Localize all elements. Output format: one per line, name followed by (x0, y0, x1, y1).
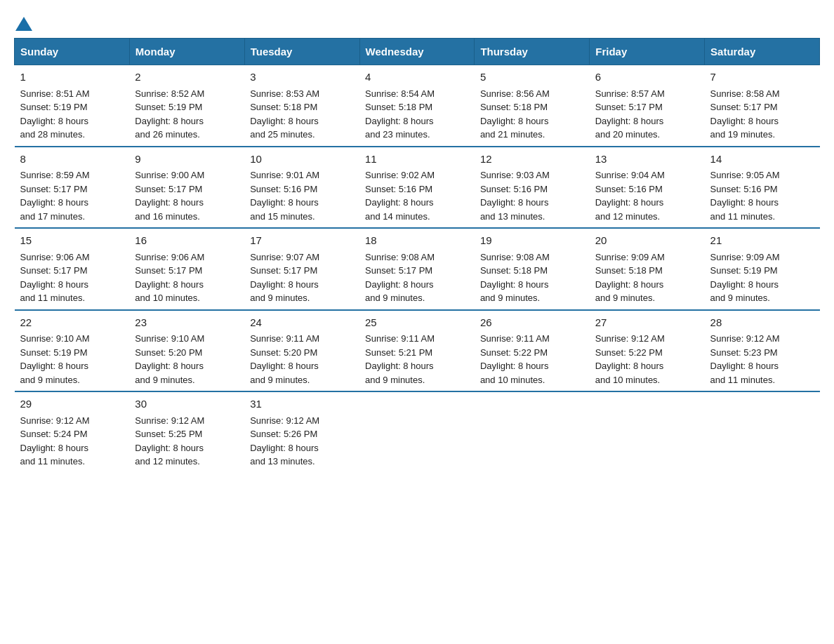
calendar-cell: 15 Sunrise: 9:06 AM Sunset: 5:17 PM Dayl… (15, 228, 130, 310)
calendar-week-row: 1 Sunrise: 8:51 AM Sunset: 5:19 PM Dayli… (15, 65, 820, 147)
day-sunset: Sunset: 5:26 PM (250, 429, 317, 439)
day-sunset: Sunset: 5:20 PM (135, 347, 202, 358)
day-sunrise: Sunrise: 9:11 AM (365, 333, 435, 344)
day-number: 6 (595, 69, 699, 86)
calendar-cell (590, 391, 705, 473)
calendar-cell: 5 Sunrise: 8:56 AM Sunset: 5:18 PM Dayli… (475, 65, 590, 147)
day-daylight: Daylight: 8 hoursand 9 minutes. (710, 279, 779, 304)
day-sunrise: Sunrise: 9:11 AM (480, 333, 550, 344)
day-number: 7 (710, 69, 814, 86)
day-number: 18 (365, 233, 469, 249)
day-sunrise: Sunrise: 8:54 AM (365, 88, 435, 99)
day-daylight: Daylight: 8 hoursand 9 minutes. (480, 279, 549, 304)
day-sunset: Sunset: 5:18 PM (480, 265, 548, 276)
day-sunset: Sunset: 5:17 PM (20, 184, 88, 194)
day-sunrise: Sunrise: 9:12 AM (135, 415, 204, 426)
day-sunrise: Sunrise: 9:03 AM (480, 170, 550, 180)
header-tuesday: Tuesday (244, 39, 359, 65)
day-number: 23 (135, 315, 239, 331)
day-number: 25 (365, 315, 469, 331)
calendar-cell: 3 Sunrise: 8:53 AM Sunset: 5:18 PM Dayli… (244, 65, 359, 147)
day-number: 26 (480, 315, 584, 331)
day-number: 15 (20, 233, 124, 249)
calendar-cell: 8 Sunrise: 8:59 AM Sunset: 5:17 PM Dayli… (15, 147, 130, 229)
day-number: 12 (480, 152, 584, 168)
calendar-cell: 13 Sunrise: 9:04 AM Sunset: 5:16 PM Dayl… (590, 147, 705, 229)
day-sunset: Sunset: 5:17 PM (135, 184, 202, 194)
calendar-cell: 17 Sunrise: 9:07 AM Sunset: 5:17 PM Dayl… (244, 228, 359, 310)
calendar-week-row: 29 Sunrise: 9:12 AM Sunset: 5:24 PM Dayl… (15, 391, 820, 473)
day-sunrise: Sunrise: 9:10 AM (20, 333, 90, 344)
header-sunday: Sunday (15, 39, 130, 65)
calendar-cell (475, 391, 590, 473)
day-sunrise: Sunrise: 9:09 AM (710, 252, 780, 262)
day-number: 1 (20, 69, 124, 86)
logo (14, 14, 34, 31)
calendar-cell: 31 Sunrise: 9:12 AM Sunset: 5:26 PM Dayl… (244, 391, 359, 473)
day-number: 13 (595, 152, 699, 168)
day-daylight: Daylight: 8 hoursand 25 minutes. (250, 116, 319, 140)
day-sunrise: Sunrise: 9:07 AM (250, 252, 319, 262)
day-number: 9 (135, 152, 239, 168)
day-number: 14 (710, 152, 814, 168)
day-daylight: Daylight: 8 hoursand 20 minutes. (595, 116, 664, 140)
calendar-header-row: SundayMondayTuesdayWednesdayThursdayFrid… (15, 39, 820, 65)
day-daylight: Daylight: 8 hoursand 9 minutes. (250, 361, 319, 385)
day-sunrise: Sunrise: 8:52 AM (135, 88, 204, 99)
day-daylight: Daylight: 8 hoursand 9 minutes. (595, 279, 664, 304)
day-sunset: Sunset: 5:16 PM (365, 184, 432, 194)
day-sunrise: Sunrise: 9:02 AM (365, 170, 435, 180)
day-daylight: Daylight: 8 hoursand 12 minutes. (135, 443, 204, 467)
day-sunrise: Sunrise: 9:01 AM (250, 170, 319, 180)
header-friday: Friday (590, 39, 705, 65)
header-thursday: Thursday (475, 39, 590, 65)
day-sunrise: Sunrise: 9:05 AM (710, 170, 780, 180)
day-sunset: Sunset: 5:18 PM (480, 102, 548, 112)
calendar-cell: 28 Sunrise: 9:12 AM Sunset: 5:23 PM Dayl… (705, 310, 820, 392)
day-number: 16 (135, 233, 239, 249)
day-daylight: Daylight: 8 hoursand 11 minutes. (710, 197, 779, 222)
day-sunrise: Sunrise: 8:53 AM (250, 88, 319, 99)
day-sunrise: Sunrise: 9:06 AM (20, 252, 90, 262)
day-sunset: Sunset: 5:21 PM (365, 347, 432, 358)
day-daylight: Daylight: 8 hoursand 9 minutes. (20, 361, 89, 385)
day-number: 29 (20, 396, 124, 412)
day-sunset: Sunset: 5:18 PM (365, 102, 432, 112)
day-sunset: Sunset: 5:17 PM (710, 102, 778, 112)
calendar-cell: 12 Sunrise: 9:03 AM Sunset: 5:16 PM Dayl… (475, 147, 590, 229)
day-daylight: Daylight: 8 hoursand 26 minutes. (135, 116, 204, 140)
day-number: 30 (135, 396, 239, 412)
day-daylight: Daylight: 8 hoursand 11 minutes. (20, 443, 89, 467)
day-sunset: Sunset: 5:22 PM (480, 347, 548, 358)
calendar-cell: 7 Sunrise: 8:58 AM Sunset: 5:17 PM Dayli… (705, 65, 820, 147)
day-daylight: Daylight: 8 hoursand 16 minutes. (135, 197, 204, 222)
day-number: 11 (365, 152, 469, 168)
day-daylight: Daylight: 8 hoursand 9 minutes. (365, 361, 434, 385)
calendar-cell: 6 Sunrise: 8:57 AM Sunset: 5:17 PM Dayli… (590, 65, 705, 147)
day-number: 10 (250, 152, 354, 168)
day-sunset: Sunset: 5:17 PM (595, 102, 663, 112)
day-daylight: Daylight: 8 hoursand 9 minutes. (135, 361, 204, 385)
day-sunrise: Sunrise: 8:59 AM (20, 170, 90, 180)
day-number: 20 (595, 233, 699, 249)
calendar-cell: 23 Sunrise: 9:10 AM Sunset: 5:20 PM Dayl… (129, 310, 244, 392)
day-sunset: Sunset: 5:22 PM (595, 347, 663, 358)
day-daylight: Daylight: 8 hoursand 21 minutes. (480, 116, 549, 140)
day-sunset: Sunset: 5:17 PM (20, 265, 88, 276)
day-sunset: Sunset: 5:18 PM (595, 265, 663, 276)
calendar-cell: 26 Sunrise: 9:11 AM Sunset: 5:22 PM Dayl… (475, 310, 590, 392)
day-sunset: Sunset: 5:24 PM (20, 429, 88, 439)
calendar-cell: 19 Sunrise: 9:08 AM Sunset: 5:18 PM Dayl… (475, 228, 590, 310)
day-number: 31 (250, 396, 354, 412)
day-sunrise: Sunrise: 9:00 AM (135, 170, 204, 180)
day-daylight: Daylight: 8 hoursand 9 minutes. (250, 279, 319, 304)
day-sunset: Sunset: 5:17 PM (135, 265, 202, 276)
day-number: 4 (365, 69, 469, 86)
day-number: 22 (20, 315, 124, 331)
day-number: 28 (710, 315, 814, 331)
calendar-cell: 2 Sunrise: 8:52 AM Sunset: 5:19 PM Dayli… (129, 65, 244, 147)
calendar-cell: 11 Sunrise: 9:02 AM Sunset: 5:16 PM Dayl… (359, 147, 475, 229)
calendar-cell: 4 Sunrise: 8:54 AM Sunset: 5:18 PM Dayli… (359, 65, 475, 147)
day-daylight: Daylight: 8 hoursand 23 minutes. (365, 116, 434, 140)
calendar-cell: 21 Sunrise: 9:09 AM Sunset: 5:19 PM Dayl… (705, 228, 820, 310)
